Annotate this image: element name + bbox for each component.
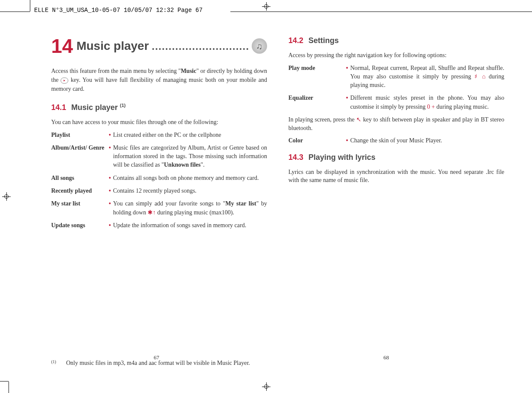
section-heading-14-3: 14.3Playing with lyrics	[288, 153, 504, 162]
header-rule	[230, 12, 532, 12]
def-color: Color •Change the skin of your Music Pla…	[288, 136, 504, 145]
intro-paragraph: Access this feature from the main menu b…	[51, 66, 267, 93]
registration-mark-icon	[262, 382, 270, 391]
hash-key-icon: ♯ ⌂	[474, 73, 486, 80]
definition-list-color: Color •Change the skin of your Music Pla…	[288, 136, 504, 145]
page-right: 14.2Settings Access by pressing the righ…	[278, 36, 515, 359]
section-heading-14-2: 14.2Settings	[288, 36, 504, 45]
section-14-3-body: Lyrics can be displayed in synchronizati…	[288, 168, 504, 185]
crop-mark	[0, 381, 9, 381]
registration-mark-icon	[2, 192, 11, 201]
section-heading-14-1: 14.1Music player (1)	[51, 103, 267, 112]
chapter-title: Music player	[76, 39, 149, 53]
section-14-2-midtext: In playing screen, press the ↖ key to sh…	[288, 116, 504, 132]
def-my-star-list: My star list •You can simply add your fa…	[51, 199, 267, 217]
zero-key-icon: 0 +	[427, 104, 435, 110]
def-play-mode: Play mode •Normal, Repeat current, Repea…	[288, 64, 504, 90]
page-spread: 14 Music player ♫ Access this feature fr…	[41, 36, 515, 359]
music-note-icon: ♫	[252, 38, 267, 54]
print-slug: ELLE N°3_UM_USA_10-05-07 10/05/07 12:32 …	[34, 7, 203, 14]
crop-mark	[0, 12, 30, 12]
section-14-1-desc: You can have access to your music files …	[51, 118, 267, 127]
def-album-artist-genre: Album/Artist/ Genre •Music files are cat…	[51, 144, 267, 170]
crop-mark	[30, 0, 30, 12]
star-key-icon: ✱↑	[148, 209, 156, 216]
leader-dots	[152, 42, 248, 50]
section-14-2-desc: Access by pressing the right navigation …	[288, 51, 504, 60]
key-icon: ▸	[61, 78, 68, 84]
call-key-icon: ↖	[356, 116, 361, 123]
def-recently-played: Recently played •Contains 12 recently pl…	[51, 187, 267, 195]
page-number-left: 67	[23, 354, 290, 361]
def-all-songs: All songs •Contains all songs both on ph…	[51, 174, 267, 182]
def-update-songs: Update songs •Update the information of …	[51, 221, 267, 230]
chapter-header: 14 Music player ♫	[51, 36, 267, 56]
def-equalizer: Equalizer •Different music styles preset…	[288, 94, 504, 111]
page-number-right: 68	[253, 354, 520, 361]
page-left: 14 Music player ♫ Access this feature fr…	[41, 36, 278, 359]
crop-mark	[9, 381, 9, 393]
definition-list-14-2: Play mode •Normal, Repeat current, Repea…	[288, 64, 504, 111]
def-playlist: Playlist •List created either on the PC …	[51, 131, 267, 139]
definition-list-14-1: Playlist •List created either on the PC …	[51, 131, 267, 230]
registration-mark-icon	[262, 2, 270, 11]
chapter-number: 14	[51, 36, 73, 56]
